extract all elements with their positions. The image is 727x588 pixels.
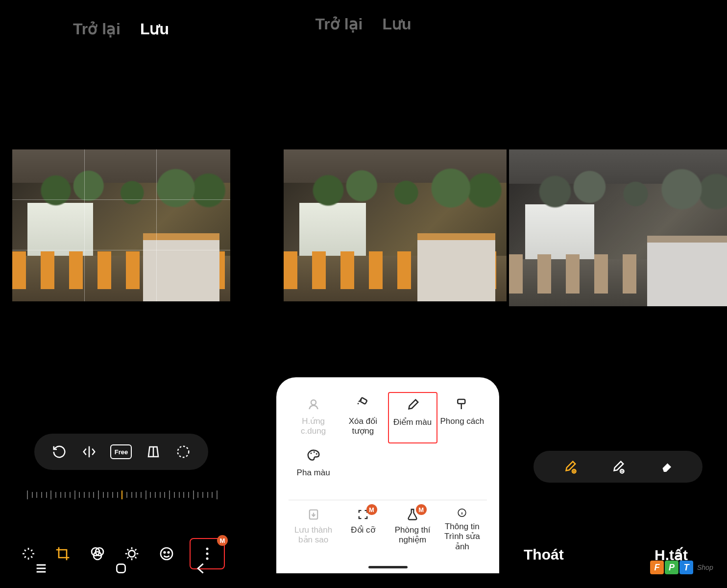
color-mix-option[interactable]: Pha màu <box>289 443 338 495</box>
object-erase-option[interactable]: Xóa đối tượng <box>338 392 388 443</box>
svg-point-17 <box>315 453 317 455</box>
m-badge: M <box>416 504 427 515</box>
color-point-toolbar <box>533 451 703 483</box>
eyedropper-remove-icon[interactable] <box>609 458 627 476</box>
lab-option[interactable]: M Phòng thí nghiệm <box>388 505 437 552</box>
eraser-icon[interactable] <box>657 458 675 476</box>
save-copy-option[interactable]: Lưu thành bản sao <box>289 505 338 552</box>
svg-point-16 <box>313 451 315 453</box>
svg-point-4 <box>129 550 135 557</box>
color-point-option[interactable]: Điểm màu <box>388 392 437 443</box>
flip-horizontal-icon[interactable] <box>80 443 98 461</box>
portrait-effect-option[interactable]: H.ứng c.dung <box>289 392 338 443</box>
recents-button[interactable] <box>34 562 48 575</box>
m-badge: M <box>217 535 228 546</box>
svg-point-9 <box>206 553 208 555</box>
svg-point-12 <box>311 400 316 405</box>
resize-option[interactable]: M Đổi cỡ <box>338 505 388 552</box>
transform-toolbar: Free <box>34 434 208 470</box>
exit-button[interactable]: Thoát <box>524 546 564 564</box>
svg-point-5 <box>161 548 172 560</box>
svg-point-15 <box>310 453 312 454</box>
save-button[interactable]: Lưu <box>140 20 169 38</box>
m-badge: M <box>366 504 377 515</box>
back-button[interactable]: Trở lại <box>315 15 363 33</box>
circle-crop-icon[interactable] <box>174 443 192 461</box>
svg-rect-11 <box>117 564 125 572</box>
system-nav <box>24 559 218 578</box>
editor-image[interactable] <box>284 149 507 301</box>
style-option[interactable]: Phong cách <box>437 392 487 443</box>
editor-info-option[interactable]: Thông tin Trình sửa ảnh <box>437 505 487 552</box>
editor-image-desaturated[interactable] <box>509 149 727 306</box>
rotation-ruler[interactable] <box>27 485 218 505</box>
perspective-icon[interactable] <box>145 443 162 461</box>
home-button[interactable] <box>115 562 127 575</box>
svg-rect-14 <box>458 399 465 404</box>
free-ratio-icon[interactable]: Free <box>110 444 132 459</box>
svg-point-7 <box>168 552 169 553</box>
save-button[interactable]: Lưu <box>382 15 411 33</box>
back-button[interactable]: Trở lại <box>73 20 121 38</box>
back-button-nav[interactable] <box>194 562 208 575</box>
more-options-sheet: H.ứng c.dung Xóa đối tượng Điểm màu Phon… <box>276 377 499 573</box>
rotate-icon[interactable] <box>50 443 68 461</box>
svg-point-8 <box>206 548 208 550</box>
eyedropper-add-icon[interactable] <box>561 458 579 476</box>
watermark: F P T Shop <box>646 558 727 577</box>
svg-point-0 <box>178 446 189 458</box>
editor-image[interactable] <box>12 149 230 301</box>
svg-point-6 <box>164 552 165 553</box>
sheet-handle[interactable] <box>368 566 408 568</box>
